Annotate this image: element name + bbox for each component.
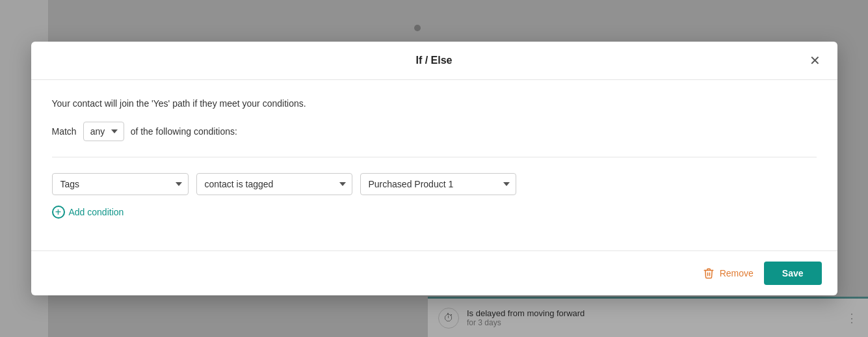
close-icon: ✕ — [809, 54, 821, 67]
modal-title: If / Else — [415, 55, 452, 66]
if-else-modal: If / Else ✕ Your contact will join the '… — [31, 42, 837, 295]
modal-body: Your contact will join the 'Yes' path if… — [31, 80, 837, 250]
match-suffix: of the following conditions: — [131, 126, 237, 137]
remove-label: Remove — [720, 268, 754, 278]
divider — [52, 157, 817, 157]
close-button[interactable]: ✕ — [806, 51, 824, 70]
add-condition-button[interactable]: + Add condition — [52, 206, 124, 219]
modal-overlay: If / Else ✕ Your contact will join the '… — [0, 0, 868, 337]
condition-value-select[interactable]: Purchased Product 1 Purchased Product 2 … — [360, 173, 516, 195]
modal-footer: Remove Save — [31, 250, 837, 295]
condition-field-select[interactable]: Tags Email First Name Last Name Date Add… — [52, 173, 189, 195]
match-label: Match — [52, 126, 77, 137]
condition-row: Tags Email First Name Last Name Date Add… — [52, 173, 817, 195]
save-button[interactable]: Save — [764, 262, 822, 285]
trash-icon — [703, 267, 715, 279]
match-select[interactable]: any all — [83, 122, 124, 141]
add-condition-label: Add condition — [69, 207, 124, 217]
add-condition-icon: + — [52, 206, 65, 219]
description-text: Your contact will join the 'Yes' path if… — [52, 98, 817, 109]
condition-operator-select[interactable]: contact is tagged contact is not tagged — [196, 173, 352, 195]
remove-button[interactable]: Remove — [703, 267, 754, 279]
match-row: Match any all of the following condition… — [52, 122, 817, 141]
modal-header: If / Else ✕ — [31, 42, 837, 80]
